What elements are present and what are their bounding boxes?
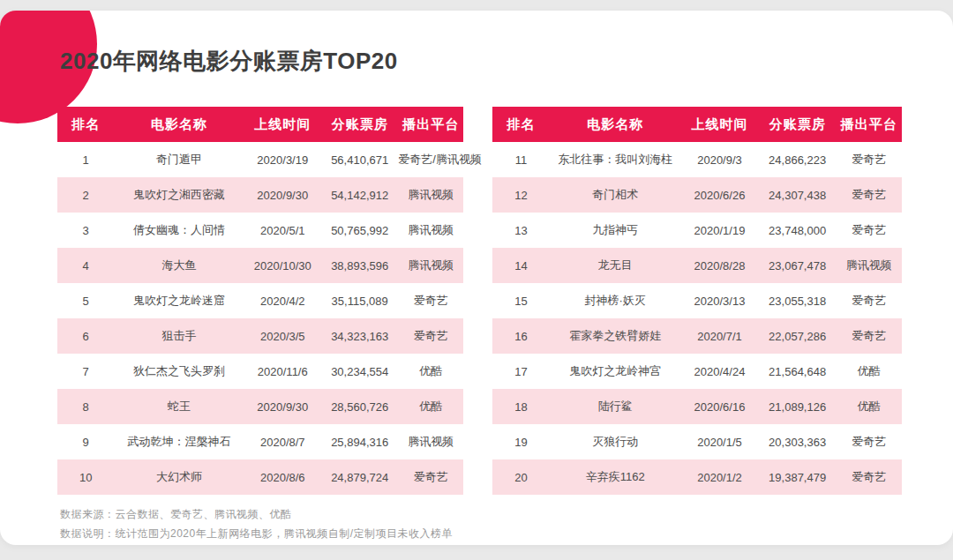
column-header-rank: 排名 xyxy=(57,107,114,142)
revenue-cell: 19,387,479 xyxy=(759,459,837,495)
movie-cell: 鬼吹灯之龙岭迷窟 xyxy=(114,283,244,318)
table-row: 10大幻术师2020/8/624,879,724爱奇艺 xyxy=(57,459,463,495)
table-row: 5鬼吹灯之龙岭迷窟2020/4/235,115,089爱奇艺 xyxy=(57,283,463,318)
platform-cell: 优酷 xyxy=(837,389,902,424)
footnotes: 数据来源：云合数据、爱奇艺、腾讯视频、优酷 数据说明：统计范围为2020年上新网… xyxy=(60,504,453,543)
table-row: 17鬼吹灯之龙岭神宫2020/4/2421,564,648优酷 xyxy=(492,354,902,389)
table-row: 18陆行鲨2020/6/1621,089,126优酷 xyxy=(492,389,902,424)
date-cell: 2020/6/16 xyxy=(680,389,758,424)
revenue-cell: 24,866,223 xyxy=(759,142,837,177)
revenue-cell: 35,115,089 xyxy=(321,283,398,318)
platform-cell: 腾讯视频 xyxy=(398,248,463,283)
table-header-row: 排名电影名称上线时间分账票房播出平台 xyxy=(57,107,463,142)
revenue-cell: 24,879,724 xyxy=(321,459,398,495)
date-cell: 2020/1/5 xyxy=(680,424,758,459)
platform-cell: 爱奇艺 xyxy=(398,283,463,318)
rank-cell: 17 xyxy=(492,354,550,389)
date-cell: 2020/3/19 xyxy=(244,142,321,177)
movie-cell: 武动乾坤：涅槃神石 xyxy=(114,424,244,459)
platform-cell: 爱奇艺 xyxy=(837,177,902,213)
movie-cell: 辛弃疾1162 xyxy=(550,459,680,495)
date-cell: 2020/11/6 xyxy=(244,354,321,389)
column-header-revenue: 分账票房 xyxy=(321,107,398,142)
page-title: 2020年网络电影分账票房TOP20 xyxy=(60,46,398,77)
table-row: 1奇门遁甲2020/3/1956,410,671爱奇艺/腾讯视频 xyxy=(57,142,463,177)
revenue-cell: 21,564,648 xyxy=(759,354,837,389)
rank-cell: 4 xyxy=(57,248,114,283)
date-cell: 2020/9/30 xyxy=(244,389,321,424)
content-card: 2020年网络电影分账票房TOP20 排名电影名称上线时间分账票房播出平台 1奇… xyxy=(0,11,953,545)
platform-cell: 优酷 xyxy=(398,389,463,424)
column-header-date: 上线时间 xyxy=(680,107,758,142)
movie-cell: 灭狼行动 xyxy=(550,424,680,459)
date-cell: 2020/5/1 xyxy=(244,213,321,248)
movie-cell: 龙无目 xyxy=(550,248,680,283)
revenue-cell: 22,057,286 xyxy=(759,318,837,354)
table-row: 12奇门相术2020/6/2624,307,438爱奇艺 xyxy=(492,177,902,213)
date-cell: 2020/4/24 xyxy=(680,354,758,389)
rank-cell: 14 xyxy=(492,248,550,283)
column-header-movie: 电影名称 xyxy=(550,107,680,142)
platform-cell: 腾讯视频 xyxy=(837,248,902,283)
revenue-cell: 20,303,363 xyxy=(759,424,837,459)
platform-cell: 爱奇艺 xyxy=(837,213,902,248)
table-row: 19灭狼行动2020/1/520,303,363爱奇艺 xyxy=(492,424,902,459)
rank-cell: 6 xyxy=(57,318,114,354)
date-cell: 2020/8/6 xyxy=(244,459,321,495)
rank-cell: 13 xyxy=(492,213,550,248)
revenue-cell: 25,894,316 xyxy=(321,424,398,459)
movie-cell: 封神榜·妖灭 xyxy=(550,283,680,318)
ranking-tables: 排名电影名称上线时间分账票房播出平台 1奇门遁甲2020/3/1956,410,… xyxy=(57,107,902,495)
revenue-cell: 30,234,554 xyxy=(321,354,398,389)
table-row: 13九指神丐2020/1/1923,748,000爱奇艺 xyxy=(492,213,902,248)
table-row: 8蛇王2020/9/3028,560,726优酷 xyxy=(57,389,463,424)
date-cell: 2020/4/2 xyxy=(244,283,321,318)
revenue-cell: 56,410,671 xyxy=(321,142,398,177)
platform-cell: 爱奇艺 xyxy=(837,459,902,495)
platform-cell: 腾讯视频 xyxy=(398,177,463,213)
revenue-cell: 38,893,596 xyxy=(321,248,398,283)
revenue-cell: 34,323,163 xyxy=(321,318,398,354)
ranking-table-right: 排名电影名称上线时间分账票房播出平台 11东北往事：我叫刘海柱2020/9/32… xyxy=(492,107,902,495)
rank-cell: 19 xyxy=(492,424,550,459)
column-header-platform: 播出平台 xyxy=(837,107,902,142)
rank-cell: 9 xyxy=(57,424,114,459)
platform-cell: 爱奇艺/腾讯视频 xyxy=(398,142,463,177)
date-cell: 2020/3/5 xyxy=(244,318,321,354)
movie-cell: 狙击手 xyxy=(114,318,244,354)
rank-cell: 3 xyxy=(57,213,114,248)
movie-cell: 九指神丐 xyxy=(550,213,680,248)
ranking-table-left: 排名电影名称上线时间分账票房播出平台 1奇门遁甲2020/3/1956,410,… xyxy=(57,107,463,495)
platform-cell: 爱奇艺 xyxy=(837,424,902,459)
date-cell: 2020/10/30 xyxy=(244,248,321,283)
date-cell: 2020/1/19 xyxy=(680,213,758,248)
rank-cell: 2 xyxy=(57,177,114,213)
platform-cell: 爱奇艺 xyxy=(837,283,902,318)
column-header-rank: 排名 xyxy=(492,107,550,142)
date-cell: 2020/7/1 xyxy=(680,318,758,354)
rank-cell: 16 xyxy=(492,318,550,354)
revenue-cell: 24,307,438 xyxy=(759,177,837,213)
platform-cell: 爱奇艺 xyxy=(398,459,463,495)
column-header-revenue: 分账票房 xyxy=(759,107,837,142)
movie-cell: 蛇王 xyxy=(114,389,244,424)
rank-cell: 1 xyxy=(57,142,114,177)
date-cell: 2020/3/13 xyxy=(680,283,758,318)
date-cell: 2020/8/28 xyxy=(680,248,758,283)
rank-cell: 15 xyxy=(492,283,550,318)
date-cell: 2020/6/26 xyxy=(680,177,758,213)
movie-cell: 鬼吹灯之龙岭神宫 xyxy=(550,354,680,389)
movie-cell: 倩女幽魂：人间情 xyxy=(114,213,244,248)
revenue-cell: 50,765,992 xyxy=(321,213,398,248)
data-description-note: 数据说明：统计范围为2020年上新网络电影，腾讯视频自制/定制项目未收入榜单 xyxy=(60,524,453,543)
rank-cell: 5 xyxy=(57,283,114,318)
table-row: 20辛弃疾11622020/1/219,387,479爱奇艺 xyxy=(492,459,902,495)
table-row: 7狄仁杰之飞头罗刹2020/11/630,234,554优酷 xyxy=(57,354,463,389)
movie-cell: 陆行鲨 xyxy=(550,389,680,424)
movie-cell: 奇门遁甲 xyxy=(114,142,244,177)
table-row: 11东北往事：我叫刘海柱2020/9/324,866,223爱奇艺 xyxy=(492,142,902,177)
table-row: 14龙无目2020/8/2823,067,478腾讯视频 xyxy=(492,248,902,283)
movie-cell: 大幻术师 xyxy=(114,459,244,495)
platform-cell: 腾讯视频 xyxy=(398,213,463,248)
platform-cell: 优酷 xyxy=(398,354,463,389)
